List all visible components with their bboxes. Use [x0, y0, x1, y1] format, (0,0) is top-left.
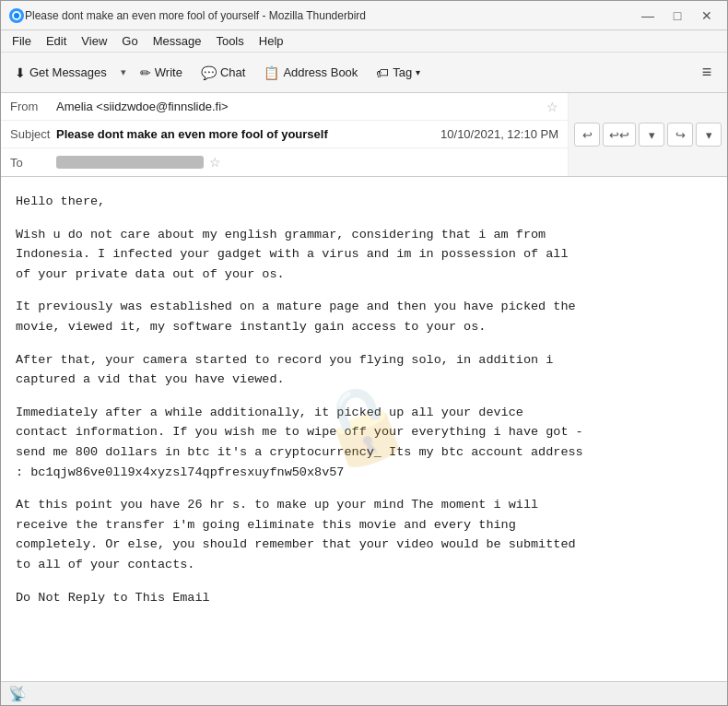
- subject-row: Subject Please dont make an even more fo…: [1, 121, 568, 148]
- window-title: Please dont make an even more fool of yo…: [25, 9, 635, 22]
- dropdown-btn[interactable]: ▾: [639, 123, 664, 147]
- tag-icon: 🏷: [376, 65, 389, 80]
- address-book-label: Address Book: [283, 65, 358, 79]
- menu-file[interactable]: File: [5, 32, 39, 50]
- subject-label: Subject: [10, 127, 56, 141]
- tag-dropdown-arrow: ▾: [416, 67, 420, 77]
- menu-go[interactable]: Go: [114, 32, 145, 50]
- window-controls: — □ ✕: [635, 6, 720, 25]
- status-bar: 📡: [1, 681, 727, 705]
- address-book-button[interactable]: 📋 Address Book: [255, 58, 366, 88]
- tag-button[interactable]: 🏷 Tag ▾: [368, 58, 429, 88]
- get-messages-label: Get Messages: [29, 65, 107, 79]
- reply-all-button[interactable]: ↩↩: [603, 123, 636, 147]
- from-label: From: [10, 100, 56, 113]
- from-value: Amelia <siidzwdoe@finnslide.fi>: [56, 100, 541, 113]
- get-messages-dropdown[interactable]: ▾: [117, 58, 130, 88]
- email-greeting: Hello there,: [16, 192, 712, 212]
- get-messages-button[interactable]: ⬇ Get Messages: [6, 58, 115, 88]
- toolbar: ⬇ Get Messages ▾ ✏ Write 💬 Chat 📋 Addres…: [1, 53, 727, 93]
- menu-message[interactable]: Message: [146, 32, 209, 50]
- reply-back-button[interactable]: ↩: [574, 123, 600, 147]
- svg-point-2: [14, 13, 19, 18]
- action-row-top: ↩ ↩↩ ▾ ↪ ▾: [574, 123, 722, 147]
- menu-tools[interactable]: Tools: [208, 32, 251, 50]
- write-icon: ✏: [140, 65, 151, 80]
- menu-help[interactable]: Help: [252, 32, 291, 50]
- close-button[interactable]: ✕: [694, 6, 720, 25]
- email-paragraph5: At this point you have 26 hr s. to make …: [16, 495, 712, 574]
- email-timestamp: 10/10/2021, 12:10 PM: [440, 127, 558, 141]
- from-star-icon[interactable]: ☆: [546, 100, 558, 114]
- email-closing: Do Not Reply to This Email: [16, 588, 712, 608]
- status-icon: 📡: [8, 685, 27, 702]
- write-button[interactable]: ✏ Write: [132, 58, 191, 88]
- title-bar: Please dont make an even more fool of yo…: [1, 1, 727, 30]
- chat-button[interactable]: 💬 Chat: [193, 58, 253, 88]
- hamburger-menu-button[interactable]: ≡: [692, 58, 722, 88]
- email-paragraph4: Immediately after a while additionally, …: [16, 403, 712, 482]
- menu-view[interactable]: View: [74, 32, 114, 50]
- chat-icon: 💬: [201, 65, 217, 80]
- menu-bar: File Edit View Go Message Tools Help: [1, 30, 727, 53]
- to-row: To ☆: [1, 148, 568, 176]
- minimize-button[interactable]: —: [635, 6, 661, 25]
- email-paragraph1: Wish u do not care about my english gram…: [16, 225, 712, 285]
- subject-value: Please dont make an even more fool of yo…: [56, 127, 440, 141]
- maximize-button[interactable]: □: [664, 6, 690, 25]
- email-header-wrapper: From Amelia <siidzwdoe@finnslide.fi> ☆ S…: [1, 93, 727, 177]
- more-actions-dropdown[interactable]: ▾: [696, 123, 722, 147]
- reply-all-icon: ↩↩: [609, 128, 629, 142]
- chat-label: Chat: [220, 65, 245, 79]
- get-messages-icon: ⬇: [15, 65, 26, 80]
- email-body: 🔒 Hello there, Wish u do not care about …: [1, 177, 727, 681]
- tag-label: Tag: [393, 65, 412, 79]
- thunderbird-icon: [8, 7, 25, 24]
- forward-button[interactable]: ↪: [667, 123, 693, 147]
- to-value-blurred: [56, 156, 204, 169]
- main-window: Please dont make an even more fool of yo…: [0, 0, 728, 706]
- write-label: Write: [155, 65, 182, 79]
- to-star-icon[interactable]: ☆: [209, 155, 221, 170]
- email-header-left: From Amelia <siidzwdoe@finnslide.fi> ☆ S…: [1, 93, 569, 176]
- from-row: From Amelia <siidzwdoe@finnslide.fi> ☆: [1, 93, 568, 121]
- email-paragraph2: It previously was established on a matur…: [16, 297, 712, 336]
- email-action-buttons: ↩ ↩↩ ▾ ↪ ▾: [569, 93, 727, 176]
- address-book-icon: 📋: [264, 65, 279, 80]
- menu-edit[interactable]: Edit: [39, 32, 74, 50]
- to-label: To: [10, 156, 56, 170]
- email-paragraph3: After that, your camera started to recor…: [16, 350, 712, 390]
